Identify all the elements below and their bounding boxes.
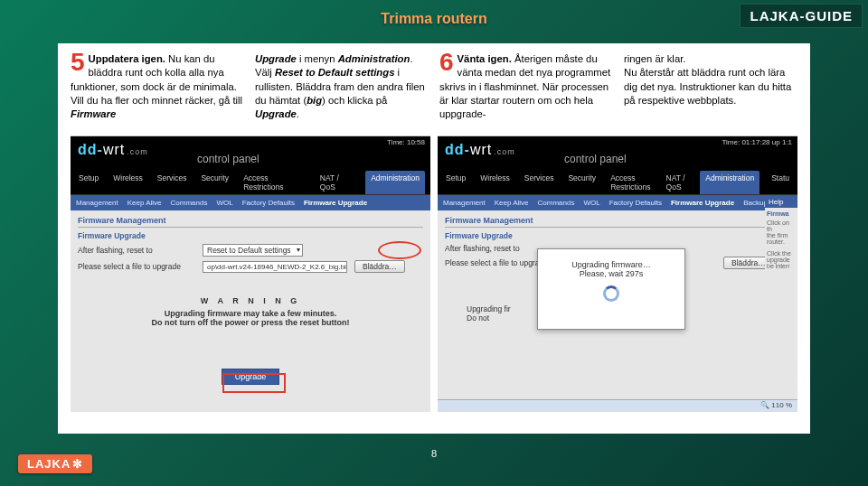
browse-button[interactable]: Bläddra… — [354, 260, 405, 273]
warning-line2: Do not turn off the power or press the r… — [78, 318, 423, 327]
step-number-6: 6 — [439, 52, 454, 72]
column-1: 5 Uppdatera igen. Nu kan du bläddra runt… — [71, 52, 244, 130]
tab-administration[interactable]: Administration — [365, 171, 425, 194]
router-header-2: Time: 01:17:28 up 1:1 dd-wrt.com control… — [438, 136, 797, 171]
tab-security[interactable]: Security — [198, 171, 231, 194]
warning-block: W A R N I N G Upgrading firmware may tak… — [78, 296, 423, 327]
page-title: Trimma routern — [381, 11, 486, 27]
secondary-tabs: Management Keep Alive Commands WOL Facto… — [71, 195, 430, 210]
tab-access[interactable]: Access Restrictions — [241, 171, 308, 194]
secondary-tabs-2: Management Keep Alive Commands WOL Facto… — [438, 195, 797, 210]
warning-line1: Upgrading firmware may take a few minute… — [78, 309, 423, 318]
help-sidebar: Help Firmwa Click on th the firm router.… — [765, 196, 797, 269]
reset-row: After flashing, reset to Reset to Defaul… — [78, 244, 423, 257]
file-input[interactable]: op\dd-wrt.v24-18946_NEWD-2_K2.6_big.bin — [203, 261, 347, 273]
subtab-management[interactable]: Management — [76, 199, 118, 207]
ddwrt-logo: dd-wrt.com — [78, 142, 148, 157]
help-header[interactable]: Help — [765, 196, 797, 208]
dialog-line1: Upgrading firmware… — [538, 260, 684, 269]
reset-label: After flashing, reset to — [78, 246, 195, 255]
screenshots-row: Time: 10:58 dd-wrt.com control panel Set… — [71, 136, 797, 412]
primary-tabs: Setup Wireless Services Security Access … — [71, 171, 430, 195]
tab-nat[interactable]: NAT / QoS — [317, 171, 356, 194]
progress-dialog: Upgrading firmware… Please, wait 297s — [537, 248, 685, 330]
screenshot-left: Time: 10:58 dd-wrt.com control panel Set… — [71, 136, 430, 412]
upgrade-button[interactable]: Upgrade — [222, 369, 280, 385]
subtab-factory[interactable]: Factory Defaults — [242, 199, 295, 207]
subtab-keepalive[interactable]: Keep Alive — [127, 199, 162, 207]
gear-icon: ✼ — [72, 457, 83, 471]
step-number-5: 5 — [71, 52, 85, 72]
reset-select[interactable]: Reset to Default settings — [203, 244, 303, 257]
zoom-indicator[interactable]: 🔍 110 % — [760, 401, 792, 409]
content-box: 5 Uppdatera igen. Nu kan du bläddra runt… — [58, 43, 810, 434]
section-title: Firmware Management — [78, 216, 423, 228]
time-label: Time: 10:58 — [387, 138, 425, 146]
tab-setup[interactable]: Setup — [76, 171, 101, 194]
control-panel-label: control panel — [197, 153, 259, 165]
control-panel-label-2: control panel — [564, 153, 627, 165]
column-3: 6 Vänta igen. Återigen måste du vänta me… — [439, 52, 613, 130]
subtab-wol[interactable]: WOL — [216, 199, 232, 207]
subtab-commands[interactable]: Commands — [171, 199, 208, 207]
lajka-logo: LAJKA✼ — [18, 454, 92, 473]
column-4: ringen är klar. Nu återstår att bläddra … — [624, 52, 797, 130]
warning-title: W A R N I N G — [78, 296, 423, 305]
tab-services[interactable]: Services — [155, 171, 190, 194]
time-label-2: Time: 01:17:28 up 1:1 — [722, 138, 792, 146]
dialog-line2: Please, wait 297s — [538, 269, 684, 278]
browser-statusbar: 🔍 110 % — [438, 399, 797, 412]
screenshot-right: Time: 01:17:28 up 1:1 dd-wrt.com control… — [438, 136, 797, 412]
panel-body: Firmware Management Firmware Upgrade Aft… — [71, 210, 430, 390]
primary-tabs-2: Setup Wireless Services Security Access … — [438, 171, 797, 195]
subsection-title: Firmware Upgrade — [78, 231, 423, 240]
tab-wireless[interactable]: Wireless — [110, 171, 146, 194]
subtab-firmware[interactable]: Firmware Upgrade — [304, 199, 367, 207]
file-label: Please select a file to upgrade — [78, 262, 195, 271]
article-columns: 5 Uppdatera igen. Nu kan du bläddra runt… — [71, 52, 797, 130]
router-header: Time: 10:58 dd-wrt.com control panel — [71, 136, 430, 171]
column-2: Upgrade i menyn Administration. Välj Res… — [255, 52, 429, 130]
ddwrt-logo-2: dd-wrt.com — [445, 142, 515, 157]
spinner-icon — [603, 285, 619, 302]
file-row: Please select a file to upgrade op\dd-wr… — [78, 260, 423, 273]
guide-badge: LAJKA-GUIDE — [740, 4, 863, 28]
page-number: 8 — [431, 448, 437, 459]
